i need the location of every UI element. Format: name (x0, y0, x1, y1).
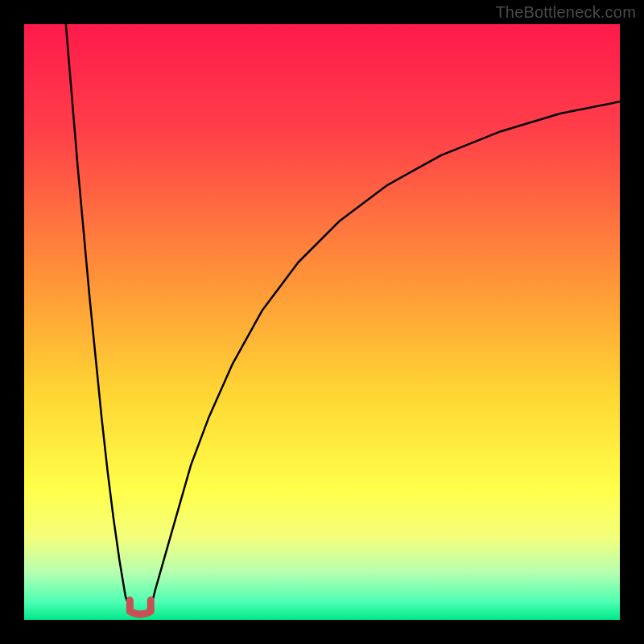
chart-plot-area (24, 24, 620, 620)
watermark-text: TheBottleneck.com (495, 3, 636, 22)
chart-frame: TheBottleneck.com (0, 0, 644, 644)
chart-curves (24, 24, 620, 620)
